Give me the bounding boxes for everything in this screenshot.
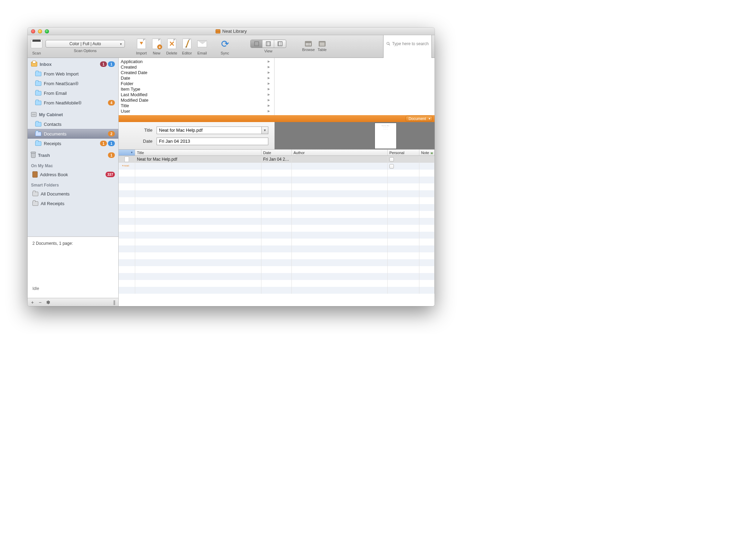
- window-title-text: Neat Library: [222, 29, 247, 34]
- table-row[interactable]: Neat for Mac Help.pdfFri Jan 04 2…: [119, 156, 435, 163]
- sidebar-item-all-documents[interactable]: All Documents: [28, 189, 118, 199]
- table-row[interactable]: [119, 259, 435, 266]
- folder-action-button[interactable]: ✽: [46, 300, 50, 305]
- close-window-button[interactable]: [31, 29, 35, 33]
- personal-checkbox[interactable]: [389, 164, 394, 169]
- table-button[interactable]: [319, 41, 326, 47]
- sidebar-item-neatscan[interactable]: From NeatScan®: [28, 79, 118, 88]
- neatmobile-badge: 4: [108, 100, 115, 105]
- import-button[interactable]: [135, 38, 148, 50]
- col-title[interactable]: Title: [135, 150, 261, 155]
- app-icon: [216, 29, 220, 33]
- sidebar-item-documents[interactable]: Documents2: [28, 129, 118, 139]
- filter-row[interactable]: Created Date▶: [121, 70, 272, 75]
- sidebar-item-all-receipts[interactable]: All Receipts: [28, 199, 118, 208]
- table-row[interactable]: [119, 252, 435, 259]
- title-input[interactable]: [157, 127, 261, 134]
- metadata-form: Title ▼ Date: [119, 122, 275, 149]
- col-author[interactable]: Author: [292, 150, 388, 155]
- document-thumbnail[interactable]: Neat for Mac— — —— — —: [375, 123, 397, 149]
- filter-category-list[interactable]: Application▶Created▶Created Date▶Date▶Fo…: [119, 58, 275, 115]
- filter-row[interactable]: Item Type▶: [121, 86, 272, 92]
- browse-button[interactable]: [305, 41, 312, 47]
- sidebar-resize-grip[interactable]: |||: [113, 300, 115, 305]
- table-row[interactable]: [119, 287, 435, 294]
- email-button[interactable]: [196, 38, 208, 50]
- new-icon: +: [152, 39, 161, 49]
- cabinet-label: My Cabinet: [39, 112, 63, 117]
- folder-icon: [35, 91, 41, 95]
- view-grid-button[interactable]: [262, 40, 274, 48]
- view-columns-button[interactable]: [274, 40, 286, 48]
- filter-row[interactable]: Created▶: [121, 64, 272, 70]
- table-row[interactable]: [119, 211, 435, 218]
- zoom-window-button[interactable]: [45, 29, 49, 33]
- title-dropdown-button[interactable]: ▼: [261, 127, 268, 134]
- titlebar: Neat Library: [28, 28, 435, 35]
- filter-row[interactable]: Modified Date▶: [121, 97, 272, 103]
- date-label: Date: [139, 139, 152, 144]
- table-row[interactable]: [119, 183, 435, 190]
- table-row[interactable]: [119, 170, 435, 177]
- editor-label: Editor: [182, 51, 192, 55]
- table-row[interactable]: [119, 197, 435, 204]
- sidebar-item-contacts[interactable]: Contacts: [28, 119, 118, 129]
- filter-row[interactable]: Application▶: [121, 59, 272, 64]
- sync-label: Sync: [221, 51, 229, 55]
- sync-button[interactable]: ⟳: [219, 38, 231, 50]
- sidebar-cabinet-header[interactable]: My Cabinet: [28, 110, 118, 119]
- filter-row[interactable]: Title▶: [121, 103, 272, 108]
- sidebar-item-email[interactable]: From Email: [28, 88, 118, 98]
- sidebar-item-receipts[interactable]: Receipts11: [28, 139, 118, 148]
- col-note[interactable]: Note: [419, 150, 435, 155]
- filter-row[interactable]: User▶: [121, 108, 272, 114]
- table-row[interactable]: [119, 218, 435, 225]
- table-body[interactable]: Neat for Mac Help.pdfFri Jan 04 2…✶neat: [119, 156, 435, 306]
- sidebar-inbox-header[interactable]: Inbox11: [28, 59, 118, 69]
- sidebar-item-web-import[interactable]: From Web Import: [28, 69, 118, 79]
- filter-row[interactable]: Last Modified▶: [121, 92, 272, 97]
- table-row[interactable]: [119, 190, 435, 197]
- sidebar-item-addressbook[interactable]: Address Book337: [28, 170, 118, 179]
- table-row[interactable]: [119, 239, 435, 245]
- new-button[interactable]: +: [150, 38, 163, 50]
- folder-icon: [35, 122, 41, 127]
- personal-checkbox[interactable]: [389, 157, 394, 162]
- table-row[interactable]: [119, 204, 435, 211]
- sidebar-onmymac-header: On My Mac: [28, 160, 118, 170]
- table-row[interactable]: [119, 225, 435, 232]
- table-icon: [319, 41, 326, 47]
- sidebar-item-neatmobile[interactable]: From NeatMobile®4: [28, 98, 118, 108]
- table-row[interactable]: [119, 273, 435, 280]
- col-personal[interactable]: Personal: [388, 150, 419, 155]
- table-row[interactable]: [119, 266, 435, 273]
- sidebar-scroll[interactable]: Inbox11 From Web Import From NeatScan® F…: [28, 58, 118, 237]
- editor-button[interactable]: [181, 38, 193, 50]
- view-single-button[interactable]: [251, 40, 262, 48]
- add-folder-button[interactable]: +: [31, 300, 34, 305]
- table-row[interactable]: [119, 177, 435, 183]
- delete-button[interactable]: ✕: [166, 38, 178, 50]
- table-row[interactable]: [119, 245, 435, 252]
- date-input[interactable]: [157, 138, 268, 145]
- filter-row[interactable]: Folder▶: [121, 81, 272, 86]
- table-row[interactable]: [119, 232, 435, 239]
- title-combo[interactable]: ▼: [157, 127, 268, 134]
- col-date[interactable]: Date: [261, 150, 292, 155]
- scan-button[interactable]: [30, 38, 43, 50]
- status-line: 2 Documents, 1 page:: [32, 241, 113, 246]
- remove-folder-button[interactable]: −: [39, 300, 41, 305]
- filter-row[interactable]: Date▶: [121, 75, 272, 81]
- document-type-dropdown[interactable]: Document: [406, 116, 432, 121]
- col-thumb[interactable]: [119, 150, 135, 155]
- sidebar-trash-header[interactable]: Trash1: [28, 150, 118, 160]
- search-icon: [386, 42, 390, 46]
- scan-options-dropdown[interactable]: Color | Full | Auto: [46, 40, 125, 48]
- page-thumb-icon: [125, 157, 129, 162]
- sidebar: Inbox11 From Web Import From NeatScan® F…: [28, 58, 119, 306]
- minimize-window-button[interactable]: [38, 29, 42, 33]
- table-label: Table: [318, 48, 327, 52]
- table-row[interactable]: ✶neat: [119, 163, 435, 170]
- table-row[interactable]: [119, 280, 435, 287]
- filter-values-pane: [275, 58, 435, 115]
